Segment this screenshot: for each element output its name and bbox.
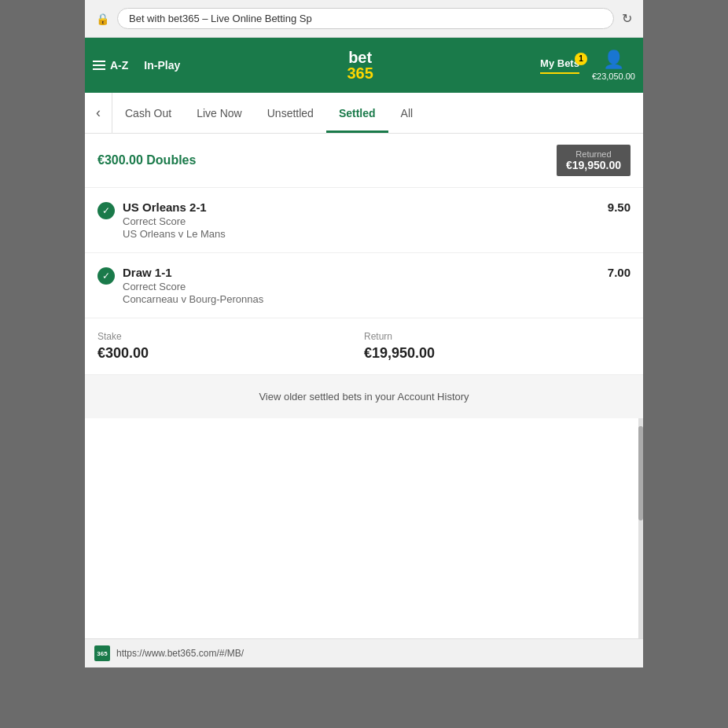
stake-col: Stake €300.00 (97, 331, 364, 362)
bet-item-details-2: Draw 1-1 Correct Score Concarneau v Bour… (123, 266, 263, 305)
nav-az-button[interactable]: A-Z (93, 59, 128, 72)
bet-match-2: Concarneau v Bourg-Peronnas (123, 293, 263, 305)
returned-box: Returned €19,950.00 (557, 145, 631, 176)
bet-type-2: Correct Score (123, 281, 263, 292)
bottom-url: https://www.bet365.com/#/MB/ (116, 648, 244, 659)
bet-outcome-2: Draw 1-1 (123, 266, 263, 279)
inplay-button[interactable]: In-Play (144, 59, 180, 72)
footer-link-text: View older settled bets in your Account … (259, 391, 469, 403)
main-content: €300.00 Doubles Returned €19,950.00 ✓ US… (85, 134, 643, 638)
browser-bar: 🔒 Bet with bet365 – Live Online Betting … (85, 0, 643, 38)
footer-link[interactable]: View older settled bets in your Account … (85, 375, 643, 418)
bet-title: €300.00 Doubles (97, 153, 196, 167)
bet-item-2: ✓ Draw 1-1 Correct Score Concarneau v Bo… (85, 253, 643, 318)
white-area (85, 418, 643, 638)
return-label: Return (364, 331, 631, 342)
tab-livenow[interactable]: Live Now (184, 93, 255, 133)
mybets-badge: 1 (575, 53, 587, 65)
mybets-button[interactable]: My Bets 1 (540, 57, 579, 74)
tabs-bar: ‹ Cash Out Live Now Unsettled Settled Al… (85, 93, 643, 134)
returned-amount: €19,950.00 (566, 159, 621, 171)
return-value: €19,950.00 (364, 345, 631, 362)
bottom-favicon: 365 (94, 645, 110, 661)
stake-return-section: Stake €300.00 Return €19,950.00 (85, 318, 643, 375)
return-col: Return €19,950.00 (364, 331, 631, 362)
account-button[interactable]: 👤 €23,050.00 (592, 50, 635, 81)
mybets-label: My Bets (540, 57, 579, 74)
account-balance: €23,050.00 (592, 72, 635, 81)
bet-odds-1: 9.50 (608, 200, 631, 214)
lock-icon: 🔒 (96, 13, 109, 25)
check-icon-1: ✓ (97, 202, 115, 219)
logo-container: bet 365 (180, 50, 540, 81)
scrollbar-thumb[interactable] (638, 426, 643, 520)
url-bar[interactable]: Bet with bet365 – Live Online Betting Sp (117, 8, 614, 29)
check-icon-2: ✓ (97, 267, 115, 285)
tab-all[interactable]: All (388, 93, 426, 133)
bet-odds-2: 7.00 (608, 266, 631, 279)
tab-unsettled[interactable]: Unsettled (255, 93, 326, 133)
bottom-bar: 365 https://www.bet365.com/#/MB/ (85, 638, 643, 667)
stake-value: €300.00 (97, 345, 364, 362)
nav-header: A-Z In-Play bet 365 My Bets 1 👤 €23,050.… (85, 38, 643, 93)
refresh-icon[interactable]: ↻ (622, 11, 632, 26)
bet-type-1: Correct Score (123, 215, 226, 227)
returned-label: Returned (566, 149, 621, 159)
account-icon: 👤 (603, 50, 624, 70)
tab-back-button[interactable]: ‹ (85, 93, 112, 133)
bet-item-details-1: US Orleans 2-1 Correct Score US Orleans … (123, 200, 226, 240)
bet-card: €300.00 Doubles Returned €19,950.00 ✓ US… (85, 134, 643, 375)
bet-header: €300.00 Doubles Returned €19,950.00 (85, 134, 643, 188)
logo-bet-text: bet (348, 50, 372, 65)
stake-label: Stake (97, 331, 364, 342)
bet-item-1: ✓ US Orleans 2-1 Correct Score US Orlean… (85, 188, 643, 253)
bet-match-1: US Orleans v Le Mans (123, 228, 226, 240)
scrollbar-track[interactable] (638, 418, 643, 638)
tab-cashout[interactable]: Cash Out (112, 93, 184, 133)
bet-outcome-1: US Orleans 2-1 (123, 200, 226, 214)
tab-settled[interactable]: Settled (326, 93, 388, 133)
az-label: A-Z (110, 59, 128, 72)
hamburger-icon (93, 61, 105, 70)
logo-365-text: 365 (347, 65, 373, 81)
bet365-logo[interactable]: bet 365 (347, 50, 373, 81)
